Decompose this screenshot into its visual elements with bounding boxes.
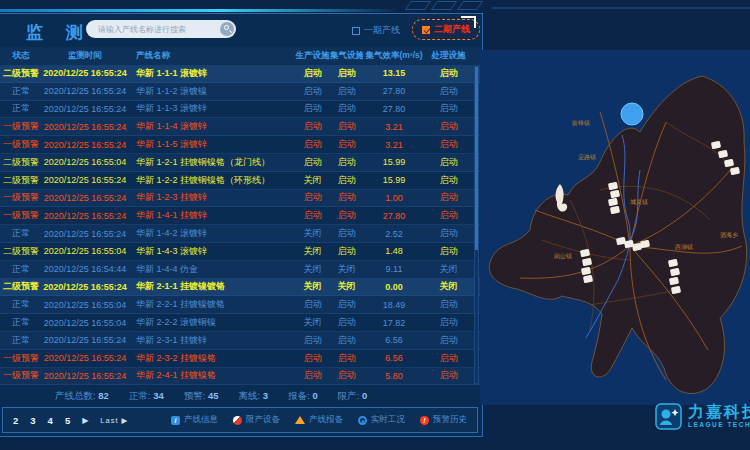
table-row[interactable]: 一级预警2020/12/25 16:55:24华新 1-1-5 滚镀锌启动启动3… [0, 136, 482, 154]
cell-gas-collection: 关闭 [330, 263, 363, 276]
bottom-toolbar: 2345▶Last ▶ i产线信息限产设备产线报备实时工况!预警历史 [2, 407, 478, 433]
cell-production: 关闭 [295, 263, 330, 276]
cell-production: 关闭 [295, 174, 330, 187]
table-row[interactable]: 正常2020/12/25 16:55:24华新 1-1-3 滚镀锌启动启动27.… [0, 101, 482, 119]
cell-gas-collection: 启动 [330, 227, 363, 240]
cell-time: 2020/12/25 16:55:24 [42, 104, 128, 114]
table-row[interactable]: 正常2020/12/25 16:55:04华新 2-2-1 挂镀镍镀铬启动启动1… [0, 296, 482, 314]
cell-line-name: 华新 1-1-4 滚镀锌 [128, 120, 295, 133]
table-row[interactable]: 正常2020/12/25 16:55:24华新 2-3-1 挂镀锌启动启动6.5… [0, 332, 482, 350]
cell-status: 一级预警 [0, 191, 42, 204]
cell-gas-collection: 启动 [330, 191, 363, 204]
cell-line-name: 华新 1-2-1 挂镀铜镍铬（龙门线） [128, 156, 295, 169]
table-row[interactable]: 一级预警2020/12/25 16:55:24华新 2-4-1 挂镀镍铬启动启动… [0, 368, 482, 386]
cell-time: 2020/12/25 16:55:24 [42, 122, 128, 132]
district-map[interactable]: 前锋镇淀路镇城关镇岗山镇西湖镇酒海乡 [480, 50, 750, 405]
table-row[interactable]: 正常2020/12/25 16:55:24华新 1-1-2 滚镀镍启动启动27.… [0, 83, 482, 101]
device-marker[interactable] [621, 103, 643, 125]
cell-treatment: 关闭 [425, 263, 472, 276]
cell-production: 关闭 [295, 316, 330, 329]
checkbox-checked-icon [422, 26, 430, 34]
cell-time: 2020/12/25 16:55:24 [42, 211, 128, 221]
table-row[interactable]: 二级预警2020/12/25 16:55:24华新 1-1-1 滚镀锌启动启动1… [0, 65, 482, 83]
search-input[interactable] [96, 24, 220, 35]
cell-treatment: 启动 [425, 67, 472, 80]
cell-treatment: 启动 [425, 209, 472, 222]
cell-line-name: 华新 1-4-2 滚镀锌 [128, 227, 295, 240]
cell-gas-collection: 启动 [330, 352, 363, 365]
table-row[interactable]: 二级预警2020/12/25 16:55:04华新 1-4-3 滚镀锌关闭启动1… [0, 243, 482, 261]
cell-treatment: 启动 [425, 316, 472, 329]
cell-gas-collection: 启动 [330, 209, 363, 222]
cell-time: 2020/12/25 16:55:24 [42, 335, 128, 345]
summary-item: 限产: 0 [338, 390, 368, 403]
restricted-circle-icon [233, 416, 242, 425]
legend-button-report-triangle[interactable]: 产线报备 [295, 414, 343, 426]
cell-treatment: 启动 [425, 334, 472, 347]
table-row[interactable]: 二级预警2020/12/25 16:55:24华新 2-1-1 挂镀镍镀铬关闭关… [0, 279, 482, 297]
column-header: 集气效率(m³/s) [363, 50, 425, 62]
cell-status: 正常 [0, 263, 42, 276]
cell-status: 正常 [0, 85, 42, 98]
brand-logo: 力嘉科技 LEAGUE TECH [655, 403, 750, 430]
legend-button-alert-history[interactable]: !预警历史 [420, 414, 467, 426]
cell-gas-collection: 启动 [330, 138, 363, 151]
table-row[interactable]: 二级预警2020/12/25 16:55:24华新 1-2-2 挂镀铜镍铬（环形… [0, 172, 482, 190]
page-number[interactable]: 3 [30, 415, 35, 426]
page-number[interactable]: 4 [48, 415, 53, 426]
cell-efficiency: 6.56 [363, 335, 425, 345]
column-header: 产线名称 [128, 50, 295, 62]
cell-production: 关闭 [295, 280, 330, 293]
last-page-button[interactable]: Last ▶ [100, 416, 128, 425]
cell-efficiency: 13.15 [363, 68, 425, 78]
legend-button-info-square[interactable]: i产线信息 [171, 414, 218, 426]
cell-gas-collection: 启动 [330, 298, 363, 311]
cell-status: 一级预警 [0, 120, 42, 133]
map-place-label: 城关镇 [630, 198, 648, 205]
monitoring-dashboard: 监 测 一期产线 二期产线 状态监测时间产线名称生产设施集气设施集气效率(m³/… [0, 0, 750, 450]
table-row[interactable]: 正常2020/12/25 16:55:04华新 2-2-2 滚镀铜镍关闭启动17… [0, 314, 482, 332]
cell-status: 一级预警 [0, 209, 42, 222]
cell-line-name: 华新 2-2-1 挂镀镍镀铬 [128, 298, 295, 311]
search-button[interactable] [220, 22, 234, 36]
scrollbar-thumb[interactable] [475, 67, 478, 250]
map-place-label: 西湖镇 [675, 244, 693, 251]
cell-time: 2020/12/25 16:55:04 [42, 246, 128, 256]
header-deco-shape [457, 1, 483, 10]
table-scrollbar[interactable] [474, 66, 479, 384]
realtime-gauge-icon [358, 416, 367, 425]
page-number[interactable]: 2 [13, 415, 18, 426]
summary-bar: 产线总数: 82正常: 34预警: 45离线: 3报备: 0限产: 0 [0, 387, 482, 405]
cell-treatment: 关闭 [425, 280, 472, 293]
search-icon [224, 25, 229, 30]
cell-time: 2020/12/25 16:55:24 [42, 86, 128, 96]
phase1-checkbox[interactable]: 一期产线 [352, 24, 400, 37]
cell-treatment: 启动 [425, 156, 472, 169]
cell-efficiency: 5.80 [363, 371, 425, 381]
alert-history-icon: ! [420, 416, 429, 425]
table-row[interactable]: 一级预警2020/12/25 16:55:24华新 1-4-1 挂镀锌启动启动2… [0, 207, 482, 225]
table-row[interactable]: 一级预警2020/12/25 16:55:24华新 1-1-4 滚镀锌启动启动3… [0, 118, 482, 136]
page-number[interactable]: 5 [65, 415, 70, 426]
map-place-label: 岗山镇 [554, 253, 572, 260]
cell-line-name: 华新 1-2-3 挂镀锌 [128, 191, 295, 204]
cell-status: 正常 [0, 316, 42, 329]
table-row[interactable]: 正常2020/12/25 16:55:24华新 1-4-2 滚镀锌关闭启动2.5… [0, 225, 482, 243]
table-row[interactable]: 一级预警2020/12/25 16:55:24华新 1-2-3 挂镀锌启动启动1… [0, 190, 482, 208]
header-line-right [492, 7, 750, 9]
column-header: 生产设施 [295, 50, 330, 62]
table-row[interactable]: 正常2020/12/25 16:54:44华新 1-4-4 仿金关闭关闭9.11… [0, 261, 482, 279]
cell-production: 启动 [295, 67, 330, 80]
table-row[interactable]: 一级预警2020/12/25 16:55:24华新 2-3-2 挂镀镍铬启动启动… [0, 350, 482, 368]
cell-time: 2020/12/25 16:55:24 [42, 175, 128, 185]
legend-button-restricted-circle[interactable]: 限产设备 [233, 414, 280, 426]
cell-gas-collection: 启动 [330, 85, 363, 98]
legend-label: 实时工况 [371, 414, 405, 426]
next-page-button[interactable]: ▶ [82, 416, 88, 425]
legend-button-realtime-gauge[interactable]: 实时工况 [358, 414, 405, 426]
cell-treatment: 启动 [425, 120, 472, 133]
table-row[interactable]: 二级预警2020/12/25 16:55:04华新 1-2-1 挂镀铜镍铬（龙门… [0, 154, 482, 172]
cell-treatment: 启动 [425, 227, 472, 240]
cell-time: 2020/12/25 16:55:24 [42, 353, 128, 363]
legend-label: 产线报备 [309, 414, 343, 426]
